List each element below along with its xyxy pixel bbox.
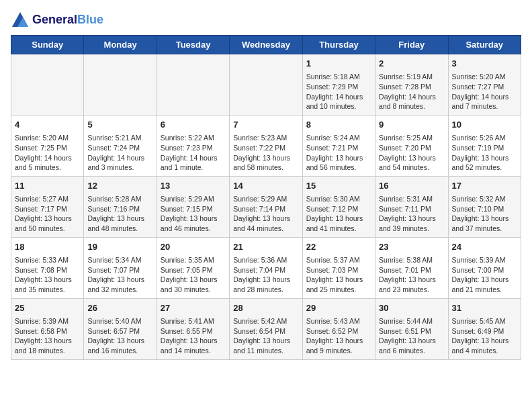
day-number: 24	[452, 241, 517, 253]
day-number: 3	[452, 58, 517, 70]
day-number: 14	[233, 180, 298, 192]
day-cell: 11Sunrise: 5:27 AMSunset: 7:17 PMDayligh…	[11, 176, 84, 237]
day-cell: 17Sunrise: 5:32 AMSunset: 7:10 PMDayligh…	[448, 176, 521, 237]
day-cell	[230, 54, 302, 116]
day-cell: 22Sunrise: 5:37 AMSunset: 7:03 PMDayligh…	[302, 237, 375, 298]
day-cell: 26Sunrise: 5:40 AMSunset: 6:57 PMDayligh…	[84, 298, 157, 359]
day-info: Sunrise: 5:37 AMSunset: 7:03 PMDaylight:…	[306, 255, 371, 295]
day-number: 12	[87, 180, 152, 192]
day-info: Sunrise: 5:38 AMSunset: 7:01 PMDaylight:…	[379, 255, 444, 295]
day-info: Sunrise: 5:22 AMSunset: 7:23 PMDaylight:…	[161, 133, 226, 173]
day-cell	[157, 54, 229, 116]
logo-text: GeneralBlue	[32, 13, 103, 27]
day-info: Sunrise: 5:24 AMSunset: 7:21 PMDaylight:…	[306, 133, 371, 173]
day-info: Sunrise: 5:29 AMSunset: 7:14 PMDaylight:…	[233, 194, 298, 234]
day-number: 31	[452, 302, 517, 314]
day-cell: 8Sunrise: 5:24 AMSunset: 7:21 PMDaylight…	[302, 115, 375, 176]
day-info: Sunrise: 5:29 AMSunset: 7:15 PMDaylight:…	[161, 194, 226, 234]
day-cell: 27Sunrise: 5:41 AMSunset: 6:55 PMDayligh…	[157, 298, 229, 359]
day-info: Sunrise: 5:39 AMSunset: 7:00 PMDaylight:…	[452, 255, 517, 295]
day-cell: 20Sunrise: 5:35 AMSunset: 7:05 PMDayligh…	[157, 237, 229, 298]
day-info: Sunrise: 5:20 AMSunset: 7:25 PMDaylight:…	[15, 133, 80, 173]
calendar-body: 1Sunrise: 5:18 AMSunset: 7:29 PMDaylight…	[11, 54, 521, 360]
weekday-header-row: SundayMondayTuesdayWednesdayThursdayFrid…	[11, 36, 521, 54]
page-header: GeneralBlue	[11, 11, 521, 30]
day-info: Sunrise: 5:40 AMSunset: 6:57 PMDaylight:…	[87, 316, 152, 356]
day-cell: 14Sunrise: 5:29 AMSunset: 7:14 PMDayligh…	[230, 176, 302, 237]
day-cell: 1Sunrise: 5:18 AMSunset: 7:29 PMDaylight…	[302, 54, 375, 116]
day-info: Sunrise: 5:30 AMSunset: 7:12 PMDaylight:…	[306, 194, 371, 234]
day-cell: 12Sunrise: 5:28 AMSunset: 7:16 PMDayligh…	[84, 176, 157, 237]
day-number: 11	[15, 180, 80, 192]
day-cell: 3Sunrise: 5:20 AMSunset: 7:27 PMDaylight…	[448, 54, 521, 116]
day-info: Sunrise: 5:44 AMSunset: 6:51 PMDaylight:…	[379, 316, 444, 356]
day-number: 8	[306, 119, 371, 131]
day-number: 19	[87, 241, 152, 253]
day-info: Sunrise: 5:28 AMSunset: 7:16 PMDaylight:…	[87, 194, 152, 234]
logo-icon	[11, 11, 30, 30]
day-number: 29	[306, 302, 371, 314]
day-number: 23	[379, 241, 444, 253]
calendar-table: SundayMondayTuesdayWednesdayThursdayFrid…	[11, 35, 521, 360]
day-number: 7	[233, 119, 298, 131]
week-row-5: 25Sunrise: 5:39 AMSunset: 6:58 PMDayligh…	[11, 298, 521, 359]
day-cell: 29Sunrise: 5:43 AMSunset: 6:52 PMDayligh…	[302, 298, 375, 359]
day-cell: 13Sunrise: 5:29 AMSunset: 7:15 PMDayligh…	[157, 176, 229, 237]
week-row-1: 1Sunrise: 5:18 AMSunset: 7:29 PMDaylight…	[11, 54, 521, 116]
day-number: 25	[15, 302, 80, 314]
day-info: Sunrise: 5:45 AMSunset: 6:49 PMDaylight:…	[452, 316, 517, 356]
day-number: 1	[306, 58, 371, 70]
day-info: Sunrise: 5:23 AMSunset: 7:22 PMDaylight:…	[233, 133, 298, 173]
day-cell: 7Sunrise: 5:23 AMSunset: 7:22 PMDaylight…	[230, 115, 302, 176]
day-cell: 5Sunrise: 5:21 AMSunset: 7:24 PMDaylight…	[84, 115, 157, 176]
day-info: Sunrise: 5:26 AMSunset: 7:19 PMDaylight:…	[452, 133, 517, 173]
day-cell: 25Sunrise: 5:39 AMSunset: 6:58 PMDayligh…	[11, 298, 84, 359]
weekday-header-saturday: Saturday	[448, 36, 521, 54]
day-number: 16	[379, 180, 444, 192]
day-number: 2	[379, 58, 444, 70]
day-info: Sunrise: 5:34 AMSunset: 7:07 PMDaylight:…	[87, 255, 152, 295]
day-info: Sunrise: 5:35 AMSunset: 7:05 PMDaylight:…	[161, 255, 226, 295]
day-cell: 24Sunrise: 5:39 AMSunset: 7:00 PMDayligh…	[448, 237, 521, 298]
day-cell: 31Sunrise: 5:45 AMSunset: 6:49 PMDayligh…	[448, 298, 521, 359]
day-number: 10	[452, 119, 517, 131]
day-cell: 9Sunrise: 5:25 AMSunset: 7:20 PMDaylight…	[375, 115, 448, 176]
weekday-header-friday: Friday	[375, 36, 448, 54]
day-info: Sunrise: 5:21 AMSunset: 7:24 PMDaylight:…	[87, 133, 152, 173]
day-info: Sunrise: 5:42 AMSunset: 6:54 PMDaylight:…	[233, 316, 298, 356]
week-row-3: 11Sunrise: 5:27 AMSunset: 7:17 PMDayligh…	[11, 176, 521, 237]
day-cell	[84, 54, 157, 116]
day-cell: 10Sunrise: 5:26 AMSunset: 7:19 PMDayligh…	[448, 115, 521, 176]
day-info: Sunrise: 5:27 AMSunset: 7:17 PMDaylight:…	[15, 194, 80, 234]
weekday-header-thursday: Thursday	[302, 36, 375, 54]
day-number: 21	[233, 241, 298, 253]
weekday-header-wednesday: Wednesday	[230, 36, 302, 54]
day-cell: 23Sunrise: 5:38 AMSunset: 7:01 PMDayligh…	[375, 237, 448, 298]
day-cell: 19Sunrise: 5:34 AMSunset: 7:07 PMDayligh…	[84, 237, 157, 298]
day-cell: 30Sunrise: 5:44 AMSunset: 6:51 PMDayligh…	[375, 298, 448, 359]
day-info: Sunrise: 5:20 AMSunset: 7:27 PMDaylight:…	[452, 72, 517, 111]
day-number: 28	[233, 302, 298, 314]
day-info: Sunrise: 5:41 AMSunset: 6:55 PMDaylight:…	[161, 316, 226, 356]
day-number: 15	[306, 180, 371, 192]
weekday-header-sunday: Sunday	[11, 36, 84, 54]
weekday-header-tuesday: Tuesday	[157, 36, 229, 54]
day-cell: 15Sunrise: 5:30 AMSunset: 7:12 PMDayligh…	[302, 176, 375, 237]
day-cell: 2Sunrise: 5:19 AMSunset: 7:28 PMDaylight…	[375, 54, 448, 116]
day-info: Sunrise: 5:31 AMSunset: 7:11 PMDaylight:…	[379, 194, 444, 234]
day-cell: 16Sunrise: 5:31 AMSunset: 7:11 PMDayligh…	[375, 176, 448, 237]
weekday-header-monday: Monday	[84, 36, 157, 54]
day-number: 6	[161, 119, 226, 131]
day-number: 9	[379, 119, 444, 131]
day-number: 5	[87, 119, 152, 131]
day-info: Sunrise: 5:32 AMSunset: 7:10 PMDaylight:…	[452, 194, 517, 234]
day-info: Sunrise: 5:18 AMSunset: 7:29 PMDaylight:…	[306, 72, 371, 111]
day-cell: 6Sunrise: 5:22 AMSunset: 7:23 PMDaylight…	[157, 115, 229, 176]
week-row-2: 4Sunrise: 5:20 AMSunset: 7:25 PMDaylight…	[11, 115, 521, 176]
day-number: 27	[161, 302, 226, 314]
day-number: 30	[379, 302, 444, 314]
day-cell: 18Sunrise: 5:33 AMSunset: 7:08 PMDayligh…	[11, 237, 84, 298]
day-info: Sunrise: 5:25 AMSunset: 7:20 PMDaylight:…	[379, 133, 444, 173]
day-info: Sunrise: 5:36 AMSunset: 7:04 PMDaylight:…	[233, 255, 298, 295]
day-number: 17	[452, 180, 517, 192]
